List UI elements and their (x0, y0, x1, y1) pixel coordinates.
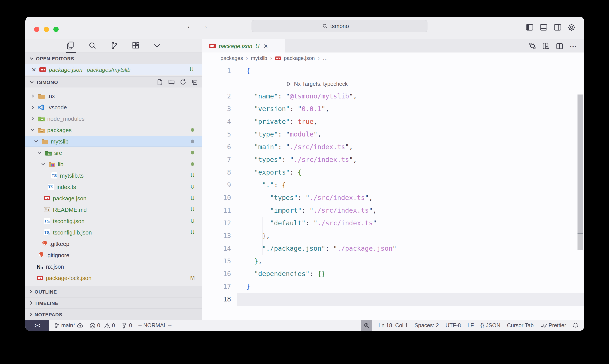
code-line-12: 12 "default": "./src/index.ts" (202, 217, 584, 230)
breadcrumb-item[interactable]: package.json (284, 55, 315, 61)
breadcrumb-item[interactable]: mytslib (251, 55, 267, 61)
code-editor[interactable]: 1{Nx Targets: typecheck2 "name": "@tsmon… (202, 64, 584, 320)
vim-mode-status[interactable]: -- NORMAL -- (138, 323, 172, 329)
indentation-status[interactable]: Spaces: 2 (415, 323, 439, 329)
git-dot-badge (191, 128, 194, 132)
back-icon[interactable]: ← (186, 22, 194, 31)
toggle-panel-icon[interactable] (540, 24, 547, 31)
tab-package-json[interactable]: package.json U ✕ (202, 39, 285, 52)
explorer-icon[interactable] (67, 41, 74, 50)
command-center-search[interactable] (252, 20, 428, 32)
twisty-icon[interactable] (30, 117, 35, 120)
remote-indicator[interactable]: >< (25, 320, 49, 331)
collapse-all-icon[interactable] (192, 79, 197, 85)
tree-item-node-modules[interactable]: node_modules (25, 113, 202, 124)
line-number: 4 (202, 116, 231, 128)
refresh-icon[interactable] (180, 79, 186, 85)
problems-status[interactable]: 0 0 (90, 323, 115, 329)
open-editor-item[interactable]: ✕ package.json packages/mytslib U (25, 64, 202, 75)
close-tab-icon[interactable]: ✕ (263, 43, 268, 49)
ts-gear-icon: TS (43, 229, 51, 235)
close-window-button[interactable] (34, 27, 39, 32)
extensions-icon[interactable] (132, 42, 140, 50)
tree-item-mytslib[interactable]: mytslib (25, 136, 202, 147)
eol-status[interactable]: LF (467, 323, 474, 329)
tree-item-tsconfig-lib-json[interactable]: TS tsconfig.lib.json U (25, 227, 202, 238)
code-line-6: 6 "main": "./src/index.ts", (202, 141, 584, 154)
tree-item-package-lock-json[interactable]: package-lock.json M (25, 272, 202, 284)
outline-section-header[interactable]: OUTLINE (25, 286, 202, 297)
workspace-header[interactable]: TSMONO (25, 76, 202, 88)
search-editor-icon[interactable] (543, 42, 549, 50)
tree-item-package-json[interactable]: package.json U (25, 193, 202, 204)
twisty-icon[interactable] (30, 129, 35, 131)
open-editors-header[interactable]: OPEN EDITORS (25, 52, 202, 64)
twisty-icon[interactable] (30, 94, 35, 98)
twisty-icon[interactable] (30, 105, 35, 109)
close-editor-icon[interactable]: ✕ (31, 66, 36, 73)
language-mode-status[interactable]: {}JSON (480, 323, 500, 329)
tree-item-label: node_modules (47, 115, 85, 122)
tree-item-packages[interactable]: packages (25, 124, 202, 136)
tree-item-mytslib-ts[interactable]: TS mytslib.ts U (25, 170, 202, 181)
tree-item-badge (188, 150, 197, 156)
cursor-tab-status[interactable]: Cursor Tab (507, 323, 534, 329)
minimize-window-button[interactable] (44, 27, 49, 32)
twisty-icon[interactable] (33, 140, 39, 143)
tree-item--gitignore[interactable]: .gitignore (25, 249, 202, 261)
screencast-zoom-indicator[interactable] (361, 320, 372, 331)
git-branch-status[interactable]: main* (54, 323, 84, 329)
line-number: 8 (202, 166, 231, 179)
new-folder-icon[interactable] (168, 79, 175, 85)
errors-icon (90, 323, 95, 328)
twisty-icon[interactable] (37, 151, 42, 154)
editor-area: package.json U ✕ ⋯ (202, 39, 584, 320)
editor-scrollbar[interactable] (578, 94, 583, 250)
more-views-chevron-icon[interactable] (154, 43, 160, 48)
notepads-section-header[interactable]: NOTEPADS (25, 308, 202, 320)
settings-gear-icon[interactable] (568, 24, 575, 31)
code-line-14: 14 "./package.json": "./package.json" (202, 242, 584, 255)
open-changes-icon[interactable] (529, 42, 536, 50)
more-actions-icon[interactable]: ⋯ (570, 42, 578, 50)
twisty-icon[interactable] (40, 163, 46, 165)
code-line-18: 18 (202, 293, 584, 306)
tree-item--vscode[interactable]: .vscode (25, 102, 202, 113)
file-tree: .nx .vscode node_modules packages mytsli… (25, 88, 202, 286)
notifications-bell-icon[interactable] (573, 323, 578, 329)
formatter-status[interactable]: Prettier (540, 323, 566, 329)
tree-item-label: src (54, 149, 62, 156)
encoding-status[interactable]: UTF-8 (445, 323, 461, 329)
ports-status[interactable]: 0 (121, 323, 132, 329)
tree-item-lib[interactable]: lib (25, 158, 202, 170)
codelens-nx-targets[interactable]: Nx Targets: typecheck (202, 78, 584, 90)
cursor-position-status[interactable]: Ln 18, Col 1 (378, 323, 408, 329)
toggle-primary-sidebar-icon[interactable] (526, 24, 533, 31)
source-control-icon[interactable] (111, 41, 118, 50)
tree-item-src[interactable]: </> src (25, 147, 202, 158)
tree-item-label: .nx (47, 92, 55, 99)
line-number: 1 (202, 65, 231, 78)
tree-item-label: nx.json (46, 263, 64, 270)
tree-item--gitkeep[interactable]: .gitkeep (25, 238, 202, 249)
new-file-icon[interactable] (157, 79, 163, 85)
tree-item-tsconfig-json[interactable]: TS tsconfig.json U (25, 215, 202, 227)
tree-item-nx-json[interactable]: N nx.json (25, 261, 202, 272)
tree-item-index-ts[interactable]: TS index.ts U (25, 181, 202, 193)
split-editor-icon[interactable] (556, 43, 563, 49)
tree-item--nx[interactable]: .nx (25, 90, 202, 102)
code-line-9: 9 ".": { (202, 179, 584, 192)
zoom-window-button[interactable] (53, 27, 59, 32)
search-input[interactable] (330, 23, 357, 29)
forward-icon[interactable]: → (201, 22, 208, 31)
timeline-section-header[interactable]: TIMELINE (25, 297, 202, 308)
breadcrumb-item[interactable]: … (323, 55, 328, 61)
line-number: 3 (202, 103, 231, 116)
toggle-secondary-sidebar-icon[interactable] (554, 24, 561, 31)
tree-item-label: lib (58, 161, 64, 167)
search-view-icon[interactable] (89, 42, 96, 50)
tree-item-label: mytslib.ts (60, 172, 84, 179)
breadcrumb-item[interactable]: packages (220, 55, 243, 61)
tree-item-badge: U (188, 172, 197, 179)
tree-item-readme-md[interactable]: README.md U (25, 204, 202, 215)
